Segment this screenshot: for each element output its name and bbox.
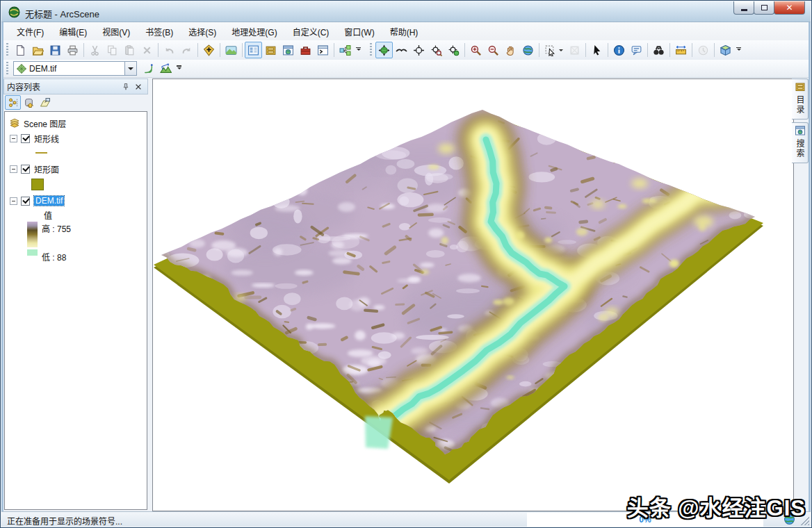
save-button[interactable] [47,42,64,58]
menu-item[interactable]: 地理处理(G) [224,23,284,40]
layer-combobox[interactable]: DEM.tif [13,61,137,76]
new-document-button[interactable] [12,42,29,58]
zoom-out-button[interactable] [485,42,502,58]
line-symbol[interactable] [35,152,47,154]
fly-button[interactable] [393,42,410,58]
undo-icon [163,44,175,56]
dock-tab-目录[interactable]: 目录 [792,79,809,119]
tree-expander[interactable] [10,197,17,205]
identify-button[interactable] [610,42,628,58]
navigate-button[interactable] [375,42,393,58]
arcscene-window: 无标题 - ArcScene ✕ 文件(F)编辑(E)视图(V)书签(B)选择(… [0,0,812,528]
layer-label[interactable]: 矩形面 [34,163,59,175]
set-observer-button[interactable] [445,42,462,58]
list-by-visibility-button[interactable] [37,95,53,110]
field-row: 值 [8,208,147,222]
toolbar-separator [158,43,159,57]
menu-item[interactable]: 帮助(H) [382,23,426,40]
list-by-source-icon [24,97,35,108]
close-panel-button[interactable] [132,81,145,93]
layer-diamond-icon [16,63,27,74]
toc-root-label[interactable]: Scene 图层 [24,117,66,129]
zoom-to-target-button[interactable] [428,42,445,58]
toolbar-overflow-button[interactable] [174,60,184,77]
dropdown-arrow-icon[interactable] [559,42,566,58]
print-button[interactable] [64,42,81,58]
toolbar-overflow-button[interactable] [734,42,743,58]
pin-button[interactable] [120,81,132,93]
list-by-source-button[interactable] [21,95,37,110]
catalog-window-button[interactable] [262,42,279,58]
pan-button[interactable] [502,42,519,58]
layer-row: DEM.tif [8,194,147,208]
measure-button[interactable] [672,42,690,58]
select-by-box-button [566,42,583,58]
toc-header: 内容列表 [3,79,148,94]
find-icon [653,44,665,56]
layer-visibility-checkbox[interactable] [21,165,30,174]
minimize-button[interactable] [733,1,754,15]
layer-label[interactable]: DEM.tif [34,196,64,206]
select-graphics-button[interactable] [542,42,559,58]
menu-item[interactable]: 视图(V) [95,23,138,40]
line-of-sight-button[interactable] [157,60,174,77]
paste-button [121,42,138,58]
viewer-manager-button[interactable] [717,42,734,58]
html-popup-button[interactable] [628,42,645,58]
menu-item[interactable]: 文件(F) [9,23,51,40]
layers-icon [9,117,20,129]
toc-root-row: Scene 图层 [8,116,147,130]
layer-visibility-checkbox[interactable] [21,134,30,143]
menu-item[interactable]: 选择(S) [181,23,224,40]
toolbar-separator [647,43,648,57]
pan-icon [505,44,517,56]
menu-item[interactable]: 窗口(W) [336,23,382,40]
html-popup-icon [631,44,642,56]
fill-symbol[interactable] [31,179,44,190]
toolbar-grip[interactable] [368,43,373,57]
search-window-button[interactable] [279,42,297,58]
menu-item[interactable]: 书签(B) [138,23,181,40]
menu-item[interactable]: 编辑(E) [51,23,95,40]
viewer-3d-icon [720,44,731,56]
add-data-button[interactable] [200,42,218,58]
modelbuilder-button[interactable] [336,42,354,58]
navigate-icon [378,44,390,56]
dock-tab-搜索[interactable]: 搜索 [792,122,809,163]
terrain-render [153,79,793,511]
steepest-path-button[interactable] [140,60,157,77]
center-on-target-button[interactable] [410,42,428,58]
search-window-icon [282,44,294,56]
toolbar-grip[interactable] [5,43,10,57]
navigation-toolbar [375,42,743,58]
restore-button[interactable] [754,1,774,15]
layer-label[interactable]: 矩形线 [34,133,59,145]
combobox-dropdown-button[interactable] [124,62,136,75]
full-extent-button[interactable] [519,42,537,58]
scene-properties-button[interactable] [222,42,240,58]
open-button[interactable] [29,42,47,58]
find-button[interactable] [650,42,667,58]
arctoolbox-button[interactable] [297,42,314,58]
field-label: 值 [44,209,52,221]
layer-visibility-checkbox[interactable] [21,197,30,206]
toolbar-grip[interactable] [5,62,10,76]
python-window-icon [317,44,329,56]
menu-item[interactable]: 自定义(C) [285,23,337,40]
toc-panel: 内容列表 Scene 图层矩形线矩形面DEM.tif值高 : 755低 : 88 [3,79,148,511]
resize-grip[interactable] [800,516,809,525]
tree-expander[interactable] [10,135,17,142]
toolbar-overflow-button[interactable] [354,42,363,58]
table-of-contents-button[interactable] [245,42,262,58]
modelbuilder-icon [339,44,351,56]
open-folder-icon [32,44,44,56]
scene-viewport[interactable] [152,79,794,511]
python-window-button[interactable] [314,42,332,58]
tree-expander[interactable] [10,165,17,173]
select-elements-button[interactable] [588,42,606,58]
search-window-icon [795,125,806,136]
list-by-drawing-order-button[interactable] [5,95,21,110]
cut-button [86,42,104,58]
close-button[interactable]: ✕ [774,1,805,15]
zoom-in-button[interactable] [467,42,485,58]
